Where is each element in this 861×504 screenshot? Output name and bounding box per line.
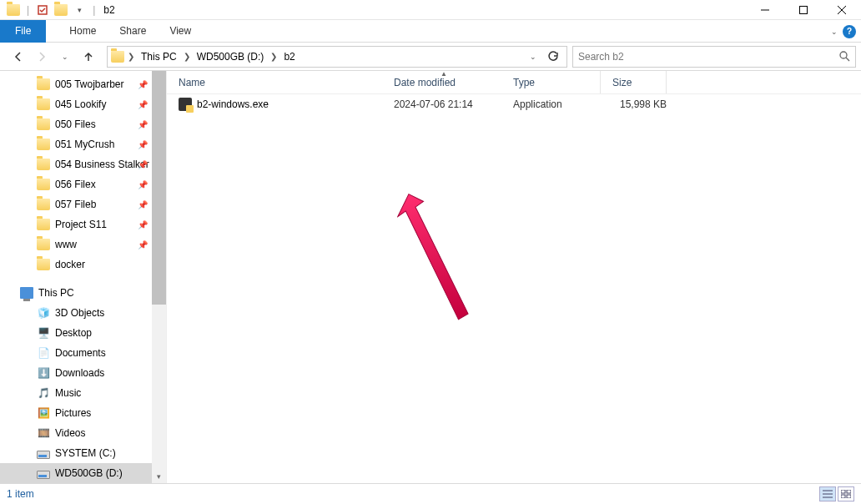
view-details-button[interactable] — [819, 486, 836, 501]
ribbon-expand-icon[interactable]: ⌄ — [831, 28, 838, 36]
folder-icon — [37, 199, 50, 210]
view-icons-button[interactable] — [838, 486, 854, 501]
sidebar-item-label: Project S11 — [55, 219, 107, 230]
qat-newfolder-icon[interactable] — [54, 3, 68, 17]
column-size[interactable]: Size — [600, 71, 667, 93]
nav-tree: 005 Twojbarber📌 045 Lookify📌 050 Files📌 … — [0, 71, 166, 483]
close-button[interactable] — [823, 0, 861, 20]
desktop-icon: 🖥️ — [37, 326, 50, 340]
sidebar-item[interactable]: 050 Files📌 — [0, 114, 166, 134]
sidebar-item[interactable]: ⬇️Downloads — [0, 363, 166, 383]
file-size: 15,998 KB — [600, 98, 667, 110]
sidebar-item-label: 057 Fileb — [55, 199, 96, 210]
column-name[interactable]: Name — [167, 71, 382, 93]
sidebar-item[interactable]: 🎵Music — [0, 383, 166, 403]
qat-properties-icon[interactable] — [36, 3, 49, 17]
search-input[interactable]: Search b2 — [572, 46, 856, 68]
navigation-bar: ⌄ ❯ This PC ❯ WD500GB (D:) ❯ b2 ⌄ Search… — [0, 43, 861, 71]
sidebar-item-label: www — [55, 239, 77, 250]
sidebar-item[interactable]: 🖥️Desktop — [0, 323, 166, 343]
sidebar-item[interactable]: 🎞️Videos — [0, 423, 166, 443]
breadcrumb-label: WD500GB (D:) — [197, 51, 264, 63]
file-date: 2024-07-06 21:14 — [382, 98, 501, 110]
sidebar-item-label: Downloads — [55, 367, 104, 379]
pin-icon: 📌 — [138, 80, 148, 89]
svg-rect-10 — [841, 490, 845, 493]
breadcrumb-label: b2 — [284, 51, 295, 63]
address-bar[interactable]: ❯ This PC ❯ WD500GB (D:) ❯ b2 ⌄ — [107, 46, 567, 68]
scrollbar-thumb[interactable] — [152, 71, 166, 305]
pc-icon — [20, 287, 33, 299]
folder-icon — [37, 98, 50, 110]
minimize-button[interactable] — [746, 0, 784, 20]
file-menu-button[interactable]: File — [0, 20, 46, 43]
sidebar-item-label: Documents — [55, 347, 106, 359]
window-title: b2 — [103, 4, 114, 16]
folder-icon — [37, 259, 50, 270]
objects-icon: 🧊 — [37, 306, 50, 320]
documents-icon: 📄 — [37, 346, 50, 360]
disk-icon — [37, 451, 50, 459]
breadcrumb-folder[interactable]: b2 — [280, 47, 298, 67]
pin-icon: 📌 — [138, 240, 148, 249]
file-list[interactable]: b2-windows.exe 2024-07-06 21:14 Applicat… — [167, 94, 861, 483]
sidebar-item[interactable]: SYSTEM (C:) — [0, 443, 166, 463]
pictures-icon: 🖼️ — [37, 406, 50, 420]
help-button[interactable]: ? — [843, 25, 856, 38]
address-dropdown[interactable]: ⌄ — [523, 47, 543, 67]
sidebar-item[interactable]: docker — [0, 255, 166, 275]
sidebar-item[interactable]: Project S11📌 — [0, 214, 166, 234]
sidebar-item[interactable]: 054 Business Stalker📌 — [0, 154, 166, 174]
pin-icon: 📌 — [138, 220, 148, 229]
pin-icon: 📌 — [138, 180, 148, 189]
back-button[interactable] — [8, 46, 28, 68]
file-row[interactable]: b2-windows.exe 2024-07-06 21:14 Applicat… — [167, 94, 861, 114]
qat-customize-dropdown[interactable]: ▾ — [73, 3, 86, 17]
sidebar-item-label: 045 Lookify — [55, 98, 106, 110]
folder-icon — [37, 179, 50, 190]
disk-icon — [37, 471, 50, 479]
column-type[interactable]: Type — [501, 71, 600, 93]
folder-icon — [37, 139, 50, 150]
sidebar-item-label: docker — [55, 259, 85, 270]
sidebar-item-label: This PC — [38, 287, 74, 299]
sidebar-item[interactable]: 057 Fileb📌 — [0, 194, 166, 214]
sidebar-item[interactable]: 📄Documents — [0, 343, 166, 363]
scrollbar-down[interactable]: ▾ — [152, 469, 166, 483]
sidebar-item[interactable]: 005 Twojbarber📌 — [0, 74, 166, 94]
chevron-right-icon[interactable]: ❯ — [126, 52, 136, 61]
ribbon-tabs: File Home Share View ⌄ ? — [0, 20, 861, 43]
breadcrumb-drive[interactable]: WD500GB (D:) — [194, 47, 268, 67]
history-dropdown[interactable]: ⌄ — [55, 46, 75, 68]
svg-rect-13 — [847, 495, 851, 498]
sidebar-item[interactable]: 045 Lookify📌 — [0, 94, 166, 114]
chevron-right-icon[interactable]: ❯ — [182, 52, 192, 61]
sidebar-item[interactable]: 🧊3D Objects — [0, 303, 166, 323]
forward-button[interactable] — [32, 46, 52, 68]
up-button[interactable] — [78, 46, 98, 68]
sidebar-item[interactable]: www📌 — [0, 234, 166, 255]
maximize-button[interactable] — [784, 0, 823, 20]
tab-share[interactable]: Share — [108, 20, 158, 43]
file-name: b2-windows.exe — [197, 98, 269, 110]
sidebar-item-current[interactable]: WD500GB (D:) — [0, 463, 166, 483]
chevron-right-icon[interactable]: ❯ — [269, 52, 279, 61]
sidebar-item-label: 051 MyCrush — [55, 139, 114, 150]
separator: | — [27, 4, 29, 16]
folder-icon — [37, 219, 50, 230]
videos-icon: 🎞️ — [37, 426, 50, 440]
pin-icon: 📌 — [138, 160, 148, 169]
sidebar-this-pc[interactable]: This PC — [0, 283, 166, 303]
sidebar-item[interactable]: 051 MyCrush📌 — [0, 134, 166, 154]
navigation-pane: 005 Twojbarber📌 045 Lookify📌 050 Files📌 … — [0, 71, 167, 483]
file-type: Application — [501, 98, 600, 110]
sidebar-item[interactable]: 🖼️Pictures — [0, 403, 166, 423]
breadcrumb-this-pc[interactable]: This PC — [138, 47, 180, 67]
separator: | — [93, 4, 95, 16]
sidebar-item[interactable]: 056 Filex📌 — [0, 174, 166, 194]
sidebar-item-label: WD500GB (D:) — [55, 467, 123, 479]
refresh-button[interactable] — [543, 47, 563, 67]
tab-home[interactable]: Home — [58, 20, 108, 43]
tab-view[interactable]: View — [158, 20, 203, 43]
svg-rect-2 — [800, 7, 808, 14]
